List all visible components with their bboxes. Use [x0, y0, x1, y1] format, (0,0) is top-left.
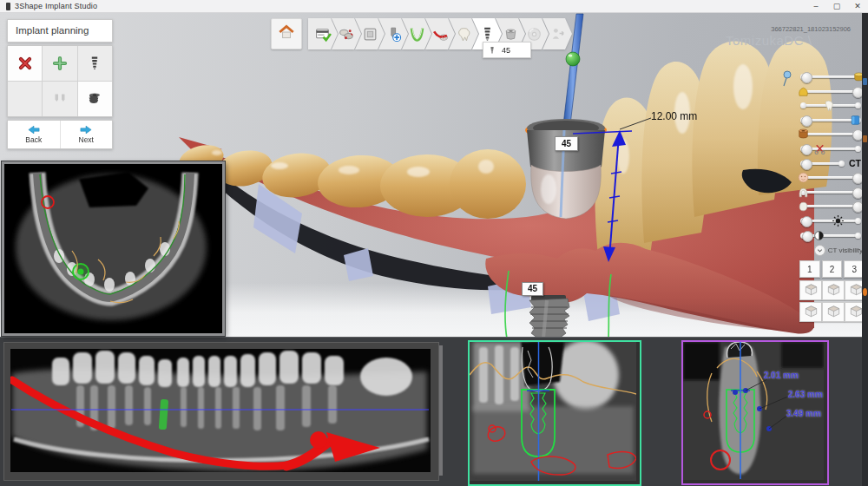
slider-restoration-visibility	[797, 69, 865, 84]
back-button[interactable]: Back	[8, 121, 60, 148]
export-person-icon	[549, 25, 567, 43]
implant-add-icon	[385, 25, 403, 43]
cross-section-tangential[interactable]	[468, 340, 641, 486]
order-form-icon	[314, 25, 332, 43]
implant-screw-dark-icon	[86, 55, 103, 72]
disc-icon	[525, 25, 543, 43]
slider-brightness	[797, 213, 865, 228]
home-button[interactable]	[271, 18, 302, 49]
scissors-icon	[813, 142, 826, 155]
app-icon	[6, 3, 10, 10]
slider-thumb[interactable]	[801, 144, 812, 155]
collapsed-side-strip[interactable]	[862, 12, 868, 486]
badge-tooth-number: 45	[502, 46, 510, 55]
orientation-cube-5[interactable]	[822, 302, 845, 322]
case-id: 366722821_181023152906	[746, 25, 851, 33]
implant-planning-panel: Implant planning Back Next	[7, 19, 113, 149]
add-plus-icon	[51, 55, 69, 72]
contrast-icon	[812, 229, 825, 242]
cube-icon	[825, 304, 842, 320]
implant-screw-bottom[interactable]	[529, 295, 569, 338]
slider-ct-visibility-slider: CT	[797, 156, 865, 171]
teeth-row-left	[176, 141, 526, 219]
tool-empty	[8, 82, 42, 116]
ct-visibility-toggle[interactable]: CT visibility	[797, 244, 865, 257]
implant-tooth-number-bottom: 45	[522, 282, 543, 296]
maximize-button[interactable]: ▢	[826, 0, 847, 12]
cube-icon	[803, 304, 819, 320]
visibility-sidebar: CT CT visibility 123	[797, 69, 865, 322]
copper-ring-icon	[797, 128, 810, 141]
blue-box-icon	[849, 114, 862, 127]
tool-sleeve-tool[interactable]	[78, 82, 112, 116]
ct-slider-label: CT	[849, 158, 861, 168]
slider-track[interactable]	[803, 191, 858, 194]
tool-implant-library[interactable]	[78, 46, 112, 81]
implant-studio-window: 3Shape Implant Studio – ▢ ✕	[0, 0, 868, 486]
slider-thumb[interactable]	[801, 72, 812, 83]
slider-model-visibility	[797, 199, 865, 213]
titlebar: 3Shape Implant Studio – ▢ ✕	[0, 0, 868, 13]
slider-tooth-visibility	[797, 98, 865, 113]
crown-icon	[455, 25, 473, 43]
toolbar-step-order-form[interactable]	[308, 18, 338, 49]
tool-parallel-implants[interactable]	[43, 82, 76, 116]
slider-track[interactable]	[803, 205, 858, 207]
window-title: 3Shape Implant Studio	[15, 2, 97, 10]
chevron-down-icon	[814, 245, 825, 256]
abutment-sleeve-icon	[502, 25, 520, 43]
cube-icon	[803, 282, 819, 299]
slider-thumb[interactable]	[801, 216, 812, 227]
slider-face-visibility	[797, 170, 865, 185]
close-button[interactable]: ✕	[847, 0, 868, 12]
crop-box-icon	[361, 25, 379, 43]
panel-title: Implant planning	[7, 19, 113, 43]
implant-position-marker	[73, 264, 89, 279]
tool-delete-implant[interactable]	[8, 46, 42, 81]
ct-view-button-2[interactable]: 2	[822, 260, 843, 278]
orientation-cube-1[interactable]	[799, 280, 822, 300]
slider-cut-visibility	[797, 141, 865, 156]
gold-crown-icon	[797, 85, 810, 98]
ct-view-button-1[interactable]: 1	[799, 260, 820, 278]
implant-tooth-number: 45	[555, 136, 578, 151]
nerve-teeth-icon	[431, 25, 450, 43]
clinic-watermark: TomizukaDC \	[726, 33, 812, 48]
tool-add-implant[interactable]	[43, 46, 76, 81]
active-implant-badge[interactable]: 45	[483, 42, 531, 58]
face-icon	[797, 171, 810, 184]
implant-length-label: 12.00 mm	[651, 110, 697, 122]
implant-screw-dark-icon	[488, 46, 496, 55]
panoramic-view[interactable]	[3, 342, 439, 481]
orientation-cube-2[interactable]	[822, 280, 845, 300]
slider-thumb[interactable]	[801, 115, 812, 127]
panel-splitter[interactable]	[439, 345, 443, 476]
sleeve-dark-icon	[86, 90, 103, 108]
slider-ring-visibility	[797, 127, 865, 141]
measurement-2: 2.63 mm	[788, 390, 823, 399]
slider-arch-visibility	[797, 185, 865, 200]
dual-implant-gray-icon	[51, 90, 69, 108]
slider-track[interactable]	[803, 90, 858, 93]
blob-white-icon	[797, 200, 810, 213]
sun-icon	[832, 214, 845, 227]
arch-white-icon	[797, 186, 810, 199]
implant-screw-icon	[478, 25, 496, 43]
slider-scanbody-visibility	[797, 113, 865, 128]
next-arrow-icon	[80, 125, 92, 135]
slider-crown-visibility	[797, 84, 865, 99]
orientation-cube-4[interactable]	[799, 302, 822, 322]
minimize-button[interactable]: –	[806, 0, 826, 12]
axial-ct-view[interactable]	[2, 161, 225, 336]
tooth-icon[interactable]	[822, 99, 835, 112]
slider-thumb[interactable]	[801, 159, 812, 170]
cube-icon	[825, 282, 842, 299]
home-icon	[277, 23, 296, 42]
next-button[interactable]: Next	[60, 121, 113, 148]
back-arrow-icon	[28, 125, 40, 135]
slider-track[interactable]	[803, 176, 858, 179]
ct-visibility-label: CT visibility	[828, 246, 863, 254]
arch-v-icon	[408, 25, 426, 43]
slider-track[interactable]	[803, 133, 858, 135]
measurement-1: 2.01 mm	[764, 371, 799, 380]
